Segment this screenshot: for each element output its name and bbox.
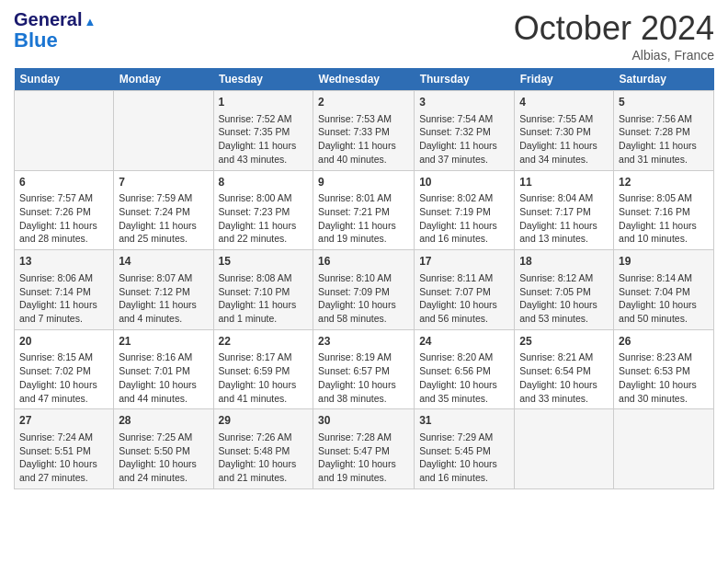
daylight-text: Daylight: 11 hours and 19 minutes.: [318, 219, 409, 246]
sunset-text: Sunset: 6:59 PM: [219, 364, 309, 378]
calendar-cell: [614, 409, 714, 489]
sunrise-text: Sunrise: 8:17 AM: [219, 350, 309, 364]
daylight-text: Daylight: 11 hours and 28 minutes.: [19, 219, 108, 246]
sunrise-text: Sunrise: 8:23 AM: [619, 350, 709, 364]
logo-text: General▲: [14, 9, 96, 29]
daylight-text: Daylight: 10 hours and 16 minutes.: [419, 457, 509, 484]
sunset-text: Sunset: 5:45 PM: [419, 444, 509, 458]
day-number: 20: [19, 334, 108, 350]
sunset-text: Sunset: 7:01 PM: [119, 364, 208, 378]
sunset-text: Sunset: 7:24 PM: [119, 205, 208, 219]
col-monday: Monday: [114, 68, 213, 91]
sunrise-text: Sunrise: 8:19 AM: [318, 350, 409, 364]
calendar-cell: [515, 409, 614, 489]
sunset-text: Sunset: 6:57 PM: [318, 364, 409, 378]
sunrise-text: Sunrise: 7:24 AM: [19, 431, 108, 444]
sunrise-text: Sunrise: 8:07 AM: [119, 271, 208, 285]
calendar-cell: 18Sunrise: 8:12 AMSunset: 7:05 PMDayligh…: [515, 250, 614, 330]
day-number: 21: [119, 334, 208, 350]
page-container: General▲ Blue October 2024 Albias, Franc…: [0, 0, 728, 499]
sunrise-text: Sunrise: 7:25 AM: [119, 431, 208, 444]
sunset-text: Sunset: 7:05 PM: [519, 285, 609, 299]
sunrise-text: Sunrise: 7:56 AM: [619, 112, 709, 126]
day-number: 27: [19, 413, 108, 429]
location-subtitle: Albias, France: [514, 48, 714, 63]
sunrise-text: Sunrise: 7:54 AM: [419, 112, 509, 126]
title-block: October 2024 Albias, France: [514, 9, 714, 63]
calendar-cell: 6Sunrise: 7:57 AMSunset: 7:26 PMDaylight…: [15, 170, 114, 250]
sunrise-text: Sunrise: 8:01 AM: [318, 191, 409, 205]
sunrise-text: Sunrise: 7:28 AM: [318, 431, 409, 444]
calendar-cell: 15Sunrise: 8:08 AMSunset: 7:10 PMDayligh…: [213, 250, 313, 330]
sunrise-text: Sunrise: 8:08 AM: [219, 271, 309, 285]
sunset-text: Sunset: 7:35 PM: [219, 125, 309, 139]
sunrise-text: Sunrise: 8:02 AM: [419, 191, 509, 205]
sunset-text: Sunset: 5:51 PM: [19, 444, 108, 458]
sunrise-text: Sunrise: 8:15 AM: [19, 350, 108, 364]
day-number: 15: [219, 254, 309, 270]
sunset-text: Sunset: 7:26 PM: [19, 205, 108, 219]
daylight-text: Daylight: 11 hours and 10 minutes.: [619, 219, 709, 246]
day-number: 17: [419, 254, 509, 270]
daylight-text: Daylight: 11 hours and 43 minutes.: [219, 139, 309, 166]
day-number: 3: [419, 95, 509, 110]
day-number: 9: [318, 175, 409, 190]
sunset-text: Sunset: 7:32 PM: [419, 125, 509, 139]
calendar-cell: 22Sunrise: 8:17 AMSunset: 6:59 PMDayligh…: [213, 329, 313, 409]
daylight-text: Daylight: 11 hours and 37 minutes.: [419, 139, 509, 166]
calendar-cell: 5Sunrise: 7:56 AMSunset: 7:28 PMDaylight…: [614, 91, 714, 171]
daylight-text: Daylight: 11 hours and 7 minutes.: [19, 298, 108, 325]
day-number: 7: [119, 175, 208, 190]
calendar-cell: 30Sunrise: 7:28 AMSunset: 5:47 PMDayligh…: [313, 409, 415, 489]
calendar-week-row: 1Sunrise: 7:52 AMSunset: 7:35 PMDaylight…: [15, 91, 714, 171]
calendar-cell: 11Sunrise: 8:04 AMSunset: 7:17 PMDayligh…: [515, 170, 614, 250]
calendar-cell: 10Sunrise: 8:02 AMSunset: 7:19 PMDayligh…: [415, 170, 515, 250]
calendar-table: Sunday Monday Tuesday Wednesday Thursday…: [14, 68, 714, 489]
sunrise-text: Sunrise: 8:12 AM: [519, 271, 609, 285]
sunset-text: Sunset: 7:30 PM: [519, 125, 609, 139]
sunrise-text: Sunrise: 7:26 AM: [219, 431, 309, 444]
sunrise-text: Sunrise: 8:04 AM: [519, 191, 609, 205]
sunset-text: Sunset: 6:56 PM: [419, 364, 509, 378]
day-number: 19: [619, 254, 709, 270]
day-number: 4: [519, 95, 609, 110]
col-sunday: Sunday: [15, 68, 114, 91]
calendar-cell: 29Sunrise: 7:26 AMSunset: 5:48 PMDayligh…: [213, 409, 313, 489]
daylight-text: Daylight: 10 hours and 30 minutes.: [619, 378, 709, 405]
sunset-text: Sunset: 7:04 PM: [619, 285, 709, 299]
daylight-text: Daylight: 10 hours and 53 minutes.: [519, 298, 609, 325]
sunset-text: Sunset: 7:28 PM: [619, 125, 709, 139]
calendar-cell: 7Sunrise: 7:59 AMSunset: 7:24 PMDaylight…: [114, 170, 213, 250]
daylight-text: Daylight: 10 hours and 47 minutes.: [19, 378, 108, 405]
calendar-cell: 28Sunrise: 7:25 AMSunset: 5:50 PMDayligh…: [114, 409, 213, 489]
calendar-cell: 2Sunrise: 7:53 AMSunset: 7:33 PMDaylight…: [313, 91, 415, 171]
sunset-text: Sunset: 5:50 PM: [119, 444, 208, 458]
calendar-cell: 25Sunrise: 8:21 AMSunset: 6:54 PMDayligh…: [515, 329, 614, 409]
calendar-cell: 12Sunrise: 8:05 AMSunset: 7:16 PMDayligh…: [614, 170, 714, 250]
calendar-cell: 27Sunrise: 7:24 AMSunset: 5:51 PMDayligh…: [15, 409, 114, 489]
daylight-text: Daylight: 10 hours and 33 minutes.: [519, 378, 609, 405]
day-number: 8: [219, 175, 309, 190]
daylight-text: Daylight: 10 hours and 41 minutes.: [219, 378, 309, 405]
daylight-text: Daylight: 11 hours and 1 minute.: [219, 298, 309, 325]
daylight-text: Daylight: 10 hours and 44 minutes.: [119, 378, 208, 405]
day-number: 14: [119, 254, 208, 270]
sunrise-text: Sunrise: 8:06 AM: [19, 271, 108, 285]
day-number: 2: [318, 95, 409, 110]
sunset-text: Sunset: 6:53 PM: [619, 364, 709, 378]
day-number: 30: [318, 413, 409, 429]
logo-blue-text: Blue: [14, 29, 58, 52]
calendar-cell: 3Sunrise: 7:54 AMSunset: 7:32 PMDaylight…: [415, 91, 515, 171]
daylight-text: Daylight: 11 hours and 40 minutes.: [318, 139, 409, 166]
sunrise-text: Sunrise: 7:53 AM: [318, 112, 409, 126]
calendar-week-row: 27Sunrise: 7:24 AMSunset: 5:51 PMDayligh…: [15, 409, 714, 489]
daylight-text: Daylight: 11 hours and 34 minutes.: [519, 139, 609, 166]
sunrise-text: Sunrise: 8:05 AM: [619, 191, 709, 205]
sunrise-text: Sunrise: 8:14 AM: [619, 271, 709, 285]
calendar-cell: 17Sunrise: 8:11 AMSunset: 7:07 PMDayligh…: [415, 250, 515, 330]
calendar-cell: 9Sunrise: 8:01 AMSunset: 7:21 PMDaylight…: [313, 170, 415, 250]
daylight-text: Daylight: 11 hours and 4 minutes.: [119, 298, 208, 325]
sunset-text: Sunset: 6:54 PM: [519, 364, 609, 378]
daylight-text: Daylight: 10 hours and 19 minutes.: [318, 457, 409, 484]
sunset-text: Sunset: 7:19 PM: [419, 205, 509, 219]
